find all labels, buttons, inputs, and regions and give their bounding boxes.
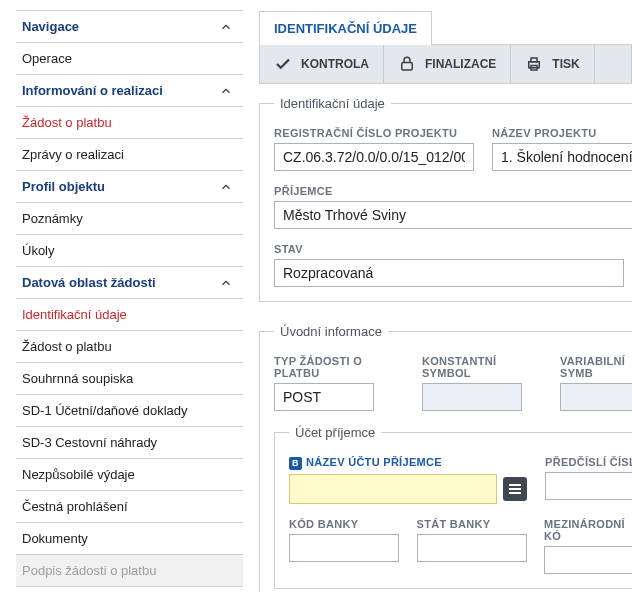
- nav-item-poznamky[interactable]: Poznámky: [16, 203, 243, 235]
- nav-group-profil[interactable]: Profil objektu: [16, 171, 243, 203]
- chevron-up-icon: [219, 180, 233, 194]
- main: IDENTIFIKAČNÍ ÚDAJE KONTROLA FINALIZACE …: [243, 0, 632, 592]
- toolbar-tisk[interactable]: TISK: [511, 45, 594, 83]
- fieldset-legend: Účet příjemce: [289, 425, 381, 440]
- nav-item-identifikacni-udaje[interactable]: Identifikační údaje: [16, 299, 243, 331]
- fieldset-uvodni-informace: Úvodní informace TYP ŽÁDOSTI O PLATBU KO…: [259, 324, 632, 592]
- tabs: IDENTIFIKAČNÍ ÚDAJE: [259, 10, 632, 45]
- input-stav[interactable]: [274, 259, 624, 287]
- fieldset-identifikacni-udaje: Identifikační údaje REGISTRAČNÍ ČÍSLO PR…: [259, 96, 632, 302]
- input-variabilni-symbol: [560, 383, 632, 411]
- label-kod-banky: KÓD BANKY: [289, 518, 399, 530]
- input-nazev-uctu[interactable]: [289, 474, 497, 504]
- toolbar-label: FINALIZACE: [425, 57, 496, 71]
- nav-group-informovani[interactable]: Informování o realizaci: [16, 75, 243, 107]
- nav-item-zpravy[interactable]: Zprávy o realizaci: [16, 139, 243, 171]
- label-stav: STAV: [274, 243, 624, 255]
- nav-item-cestna-prohlaseni[interactable]: Čestná prohlášení: [16, 491, 243, 523]
- nav-item-souhrnna-soupiska[interactable]: Souhrnná soupiska: [16, 363, 243, 395]
- toolbar-finalizace[interactable]: FINALIZACE: [384, 45, 511, 83]
- chevron-up-icon: [219, 276, 233, 290]
- toolbar: KONTROLA FINALIZACE TISK: [259, 45, 632, 84]
- nav-item-operace[interactable]: Operace: [16, 43, 243, 75]
- sidebar: Navigace Operace Informování o realizaci…: [0, 0, 243, 592]
- nav-group-datova-oblast[interactable]: Datová oblast žádosti: [16, 267, 243, 299]
- nav-label: Informování o realizaci: [22, 83, 163, 98]
- input-prijemce[interactable]: [274, 201, 632, 229]
- svg-rect-0: [402, 63, 413, 71]
- nav-item-nezp-vydaje[interactable]: Nezpůsobilé výdaje: [16, 459, 243, 491]
- input-typ-zadosti[interactable]: [274, 383, 374, 411]
- input-mez-kod[interactable]: [544, 546, 632, 574]
- print-icon: [525, 55, 543, 73]
- input-nazev-projektu[interactable]: [492, 143, 632, 171]
- input-reg-cislo[interactable]: [274, 143, 474, 171]
- toolbar-kontrola[interactable]: KONTROLA: [260, 45, 384, 83]
- nav-item-zadost-o-platbu-2[interactable]: Žádost o platbu: [16, 331, 243, 363]
- label-predcisli: PŘEDČÍSLÍ ČÍSLA: [545, 456, 632, 468]
- toolbar-label: KONTROLA: [301, 57, 369, 71]
- nav-label: Datová oblast žádosti: [22, 275, 156, 290]
- label-nazev-uctu: BNÁZEV ÚČTU PŘÍJEMCE: [289, 456, 527, 470]
- label-prijemce: PŘÍJEMCE: [274, 185, 632, 197]
- label-mez-kod: MEZINÁRODNÍ KÓ: [544, 518, 632, 542]
- input-predcisli[interactable]: [545, 472, 632, 500]
- input-konstantni-symbol: [422, 383, 522, 411]
- nav-item-ukoly[interactable]: Úkoly: [16, 235, 243, 267]
- nav-label: Navigace: [22, 19, 79, 34]
- input-stat-banky[interactable]: [417, 534, 527, 562]
- label-variabilni-symbol: VARIABILNÍ SYMB: [560, 355, 632, 379]
- label-typ-zadosti: TYP ŽÁDOSTI O PLATBU: [274, 355, 404, 379]
- toolbar-label: TISK: [552, 57, 579, 71]
- fieldset-ucet-prijemce: Účet příjemce BNÁZEV ÚČTU PŘÍJEMCE: [274, 425, 632, 589]
- nav-label: Profil objektu: [22, 179, 105, 194]
- svg-rect-2: [531, 58, 537, 62]
- fieldset-legend: Úvodní informace: [274, 324, 388, 339]
- label-nazev-projektu: NÁZEV PROJEKTU: [492, 127, 632, 139]
- chevron-up-icon: [219, 84, 233, 98]
- label-reg-cislo: REGISTRAČNÍ ČÍSLO PROJEKTU: [274, 127, 474, 139]
- label-stat-banky: STÁT BANKY: [417, 518, 527, 530]
- lock-icon: [398, 55, 416, 73]
- required-icon: B: [289, 457, 302, 470]
- nav-item-sd3[interactable]: SD-3 Cestovní náhrady: [16, 427, 243, 459]
- fieldset-legend: Identifikační údaje: [274, 96, 391, 111]
- nav-item-sd1[interactable]: SD-1 Účetní/daňové doklady: [16, 395, 243, 427]
- list-icon: [509, 488, 521, 490]
- nav-item-podpis: Podpis žádosti o platbu: [16, 555, 243, 587]
- chevron-up-icon: [219, 20, 233, 34]
- list-button[interactable]: [503, 477, 527, 501]
- check-icon: [274, 55, 292, 73]
- input-kod-banky[interactable]: [289, 534, 399, 562]
- nav-group-navigace[interactable]: Navigace: [16, 10, 243, 43]
- tab-identifikacni-udaje[interactable]: IDENTIFIKAČNÍ ÚDAJE: [259, 11, 432, 45]
- nav-item-dokumenty[interactable]: Dokumenty: [16, 523, 243, 555]
- nav-item-zadost-o-platbu[interactable]: Žádost o platbu: [16, 107, 243, 139]
- label-konstantni-symbol: KONSTANTNÍ SYMBOL: [422, 355, 542, 379]
